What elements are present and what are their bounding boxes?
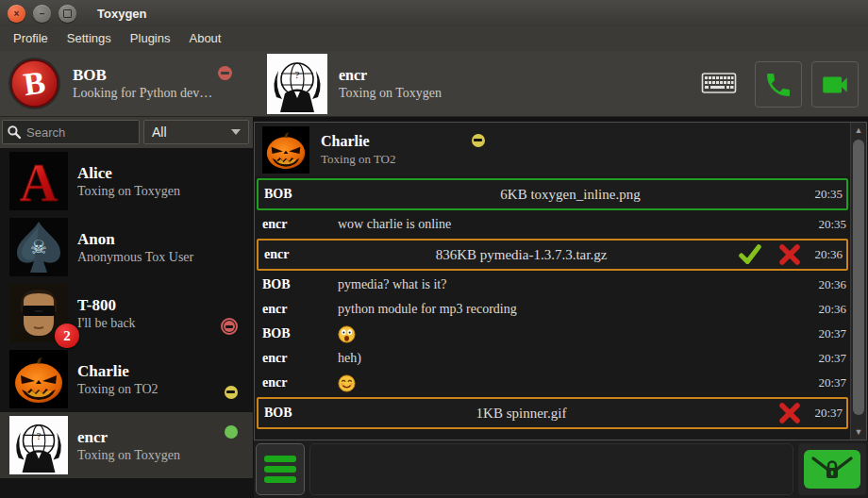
message-row: encr 20:37 [255,371,850,395]
contact-status-message: Anonymous Tox User [77,249,253,266]
chat-scrollbar[interactable]: ▲ ▼ [850,123,866,440]
contact-name: Alice [77,163,253,183]
contact-filter-dropdown[interactable]: All [143,120,249,144]
encrypted-envelope-icon [804,450,860,489]
chat-menu-button[interactable] [256,443,305,495]
send-message-button[interactable] [798,443,866,495]
chat-header-status-message: Toxing on TO2 [321,151,850,168]
menu-settings[interactable]: Settings [58,26,121,51]
message-row: encr wow charlie is online 20:35 [255,212,850,237]
message-author: encr [262,302,338,317]
keyboard-icon[interactable] [700,72,738,96]
scroll-up-arrow[interactable]: ▲ [851,123,866,138]
decline-transfer-button[interactable] [778,243,801,266]
search-box [2,120,140,144]
smile-emoji-icon [338,374,805,392]
scrollbar-thumb[interactable] [853,140,864,415]
charlie-avatar [9,350,68,408]
chat-header-name: Charlie [321,131,850,151]
self-busy-status-icon[interactable] [218,66,232,80]
self-name: BOB [73,66,212,85]
message-time: 20:37 [801,406,843,421]
contact-row-t800[interactable]: 2 T-800 I'll be back [0,280,253,346]
chat-header-contact-card: Charlie Toxing on TO2 [255,123,850,176]
menu-profile[interactable]: Profile [4,26,58,51]
contact-row-charlie[interactable]: Charlie Toxing on TO2 [0,346,253,412]
message-time: 20:36 [805,277,846,292]
message-text: pymedia? what is it? [338,277,805,292]
file-transfer-label: 1KB spinner.gif [340,406,703,422]
t800-avatar: 2 [9,284,68,342]
anon-avatar [9,218,68,276]
peer-name: encr [339,66,442,85]
message-row: BOB pymedia? what is it? 20:36 [255,273,850,297]
video-call-button[interactable] [811,61,859,108]
message-text: heh) [338,351,805,366]
message-input[interactable] [309,443,793,495]
cancel-transfer-button[interactable] [778,402,801,424]
accept-transfer-button[interactable] [739,243,761,266]
message-time: 20:37 [805,326,846,341]
message-time: 20:35 [805,217,846,232]
window-close-button[interactable]: × [8,5,25,23]
window-minimize-button[interactable]: – [33,5,51,23]
message-author: BOB [262,277,338,292]
message-row: encr heh) 20:37 [255,346,850,371]
active-chat-peer: encr Toxing on Toxygen [267,54,442,114]
peer-avatar [267,54,327,114]
contact-status-message: Toxing on Toxygen [77,447,253,464]
menu-plugins[interactable]: Plugins [121,26,180,51]
chevron-down-icon [231,129,241,135]
busy-status-icon [221,318,238,335]
message-author: BOB [262,326,338,341]
composer-bar [254,440,868,498]
contact-row-alice[interactable]: Alice Toxing on Toxygen [0,148,253,214]
file-transfer-row: BOB 1KB spinner.gif 20:37 [257,397,848,429]
contact-filter-value: All [152,124,231,140]
online-status-icon [225,425,238,439]
message-author: encr [262,375,338,390]
contact-row-anon[interactable]: Anon Anonymous Tox User [0,214,253,280]
contact-row-encr[interactable]: encr Toxing on Toxygen [0,412,253,478]
top-strip: BOB Looking for Python dev… encr Toxing … [0,51,868,117]
menu-about[interactable]: About [179,26,230,51]
file-transfer-row: BOB 6KB toxygen_inline.png 20:35 [257,178,848,210]
encr-avatar [9,416,68,474]
menubar: Profile Settings Plugins About [0,26,868,51]
alice-avatar [9,152,68,210]
window-title: Toxygen [97,7,147,21]
message-row: encr python module for mp3 recording 20:… [255,297,850,322]
window-maximize-button[interactable] [58,5,76,23]
phone-icon [763,70,793,100]
away-status-icon [225,386,238,399]
cross-icon [778,243,801,266]
file-transfer-row: encr 836KB pymedia-1.3.7.3.tar.gz 20:36 [257,239,848,271]
contact-name: T-800 [77,295,236,315]
contact-list: Alice Toxing on Toxygen Anon Anonymous T… [0,148,253,498]
contact-status-message: I'll be back [77,315,236,332]
contact-status-message: Toxing on Toxygen [77,183,253,200]
shocked-emoji-icon [338,325,805,343]
message-time: 20:36 [801,247,843,262]
self-status-message: Looking for Python dev… [73,85,212,102]
unread-count-badge: 2 [55,324,79,348]
scroll-down-arrow[interactable]: ▼ [851,424,866,440]
video-camera-icon [819,69,851,101]
file-transfer-label: 836KB pymedia-1.3.7.3.tar.gz [340,247,703,263]
search-row: All [0,117,253,148]
self-avatar[interactable] [8,57,61,110]
search-input[interactable] [25,124,132,141]
audio-call-button[interactable] [755,61,802,108]
message-author: encr [262,351,338,366]
message-row: BOB 20:37 [255,322,850,346]
chat-history-panel: Charlie Toxing on TO2 BOB 6KB toxygen_in… [254,122,867,440]
self-profile: BOB Looking for Python dev… [8,57,212,110]
message-author: encr [262,217,338,232]
message-time: 20:36 [805,302,846,317]
hamburger-icon [264,456,296,462]
message-text: wow charlie is online [338,217,805,232]
file-transfer-label: 6KB toxygen_inline.png [340,187,801,203]
contact-name: Anon [77,229,253,249]
toxygen-window: × – Toxygen Profile Settings Plugins Abo… [0,0,868,498]
message-author: BOB [264,406,340,421]
